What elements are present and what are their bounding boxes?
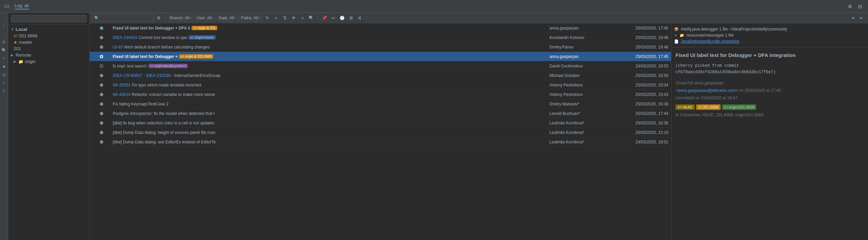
commit-link[interactable]: WI-32551 [113,83,130,87]
search-icon[interactable]: 🔍 [1,47,7,54]
local-arrow-icon: ▼ [11,27,14,31]
expand-btn[interactable]: ⇤ [858,14,865,22]
bookmark-icon[interactable]: ★ [1,63,7,70]
commit-message: fu impl: text search [113,64,147,68]
paths-filter[interactable]: Paths: All ▾ [239,15,262,21]
detail-panel: 📦 intellij.java.debugger 1 file ~/IdeaPr… [671,23,868,240]
commit-author: Leonid Bushuev* [549,111,611,116]
search-wrapper: 🔍 [92,14,153,22]
more-btn[interactable]: » [299,14,306,22]
branch-filter[interactable]: Branch: All ▾ [168,15,193,21]
back-icon[interactable]: ‹ [1,14,7,21]
commit-link2[interactable]: IDEA-233298 [146,73,170,78]
pin-btn[interactable]: 📌 [321,14,328,22]
commit-row[interactable]: IJI-83 fetch default branch before calcu… [90,42,671,52]
right-align-btn[interactable]: ⇥ [849,14,856,22]
graph-col [92,23,113,33]
commit-row[interactable]: [dbe] Dump Data dialog: height of source… [90,128,671,137]
commit-link[interactable]: IDEA-234643 [113,35,137,40]
file-root-item[interactable]: 📦 intellij.java.debugger 1 file ~/IdeaPr… [671,26,868,32]
commit-row[interactable]: WI-43014 Refactor: extract variable to m… [90,90,671,99]
file-link[interactable]: JavaDebuggerBundle.properties [681,39,739,44]
graph-col [92,109,113,118]
tree-remote-header[interactable]: ▶ Remote [8,52,89,58]
eye-btn[interactable]: 👁 [290,14,297,22]
commit-author: anna.gasparyan [549,26,611,31]
graph-col [92,33,113,42]
delete-icon[interactable]: 🗑 [1,39,7,45]
date-filter[interactable]: Date: All ▾ [217,15,238,21]
detail-body: (cherry picked from commit cfb79aecd39cf… [675,63,864,76]
graph-col [92,80,113,90]
reorder-icon[interactable]: ⇅ [1,87,7,94]
collapse-btn[interactable]: « [272,14,280,22]
grid-btn[interactable]: ⊞ [347,14,355,22]
commit-message-col: WI-32551 Fix typo which made testdata in… [113,83,549,87]
layout-icon[interactable]: ▤ [1,71,7,78]
committed-date-line: committed on 25/03/2020 at 19:47 [675,95,864,102]
update-icon[interactable]: ↑ [1,31,7,37]
origin-arrow-icon: ▶ [14,60,17,63]
commit-row[interactable]: Fixed UI label text for Debugger + DFA i… [90,23,671,33]
commit-message-col: IDEA-CR-60637 : IDEA-233298 - InternalSe… [113,73,549,78]
search-icon: 🔍 [94,16,99,20]
tab-log-all[interactable]: Log: all [15,3,29,9]
tree-branch-201[interactable]: 201 [8,45,89,52]
commit-author: Daniil Ovchinnikov [549,64,611,68]
commit-row[interactable]: IDEA-234643 Commit tool window is ope 🏷 … [90,33,671,42]
settings-icon[interactable]: ⚙ [846,3,854,10]
commit-link[interactable]: IJI-83 [113,45,123,49]
refresh-btn[interactable]: ↻ [264,14,271,22]
commit-link[interactable]: IDEA-CR-60637 [113,73,142,78]
tree-branch-201-6668[interactable]: 🏷 201.6668 [8,33,89,39]
tree-origin[interactable]: ▶ 📁 origin [8,58,89,65]
commit-row[interactable]: fu impl: text search 🏷 origin/daniil/sym… [90,61,671,71]
filter-settings-btn[interactable]: ⚙ [155,14,162,22]
local-label: Local [16,27,27,32]
sort-btn[interactable]: ⇅ [281,14,289,22]
graph-col [92,99,113,109]
file-item[interactable]: 📄 JavaDebuggerBundle.properties [671,38,868,44]
commit-author: Liudmila Kornilova* [549,140,611,144]
commit-date: 25/03/2020, 19:49 [611,35,668,40]
commit-author: Artemy Pestretsov [549,92,611,97]
refresh-icon[interactable]: ↻ [1,55,7,62]
commit-row[interactable]: Postgres Introspector: fix the model whe… [90,109,671,118]
tree-local-header[interactable]: ▼ Local [8,26,89,33]
title-bar-right: ⚙ ⊟ [846,3,864,10]
commit-row[interactable]: [dbe] Dump Data dialog: use EditorEx ins… [90,137,671,147]
commits-search-input[interactable] [92,14,153,22]
branch-chevron-icon: ▾ [190,16,192,20]
star-icon: ★ [14,40,17,45]
clock-btn[interactable]: 🕐 [339,14,346,22]
undo-btn[interactable]: ↩ [330,14,337,22]
check-icon[interactable]: ✓ [1,22,7,29]
search-commits-btn[interactable]: 🔍 [308,14,315,22]
folder-icon: 📁 [680,33,684,38]
date-filter-label: Date: All [219,16,234,20]
remote-arrow-icon: ▶ [11,53,14,57]
file-dir-item[interactable]: ▼ 📁 resources/messages 1 file [671,32,868,38]
detail-content: Fixed UI label text for Debugger + DFA i… [671,47,868,240]
commit-message-col: Postgres Introspector: fix the model whe… [113,111,549,116]
tree-branch-master[interactable]: ★ master [8,39,89,45]
tree-search-input[interactable] [11,15,87,22]
author-email-link[interactable]: <anna.gasparyan@jetbrains.com> [675,88,738,93]
sidebar-icons: ‹ ✓ ↑ 🗑 🔍 ↻ ★ ▤ ≡ ⇅ [0,13,8,240]
commit-date: 25/03/2020, 15:43 [611,92,668,97]
commit-row[interactable]: WI-32551 Fix typo which made testdata in… [90,80,671,90]
commit-row[interactable]: IDEA-CR-60637 : IDEA-233298 - InternalSe… [90,71,671,80]
tag-head: 🏷 HEAD [675,104,695,110]
commit-author: Michael Golubev [549,73,611,78]
commit-author: Liudmila Kornilova* [549,130,611,135]
user-chevron-icon: ▾ [212,16,214,20]
branch-btn[interactable]: ⑆ [356,14,364,22]
user-filter[interactable]: User: All ▾ [195,15,216,21]
settings2-icon[interactable]: ≡ [1,79,7,86]
module-icon: 📦 [674,27,679,32]
commit-row-selected[interactable]: Fixed UI label text for Debugger + 🏷 ori… [90,52,671,61]
commit-link[interactable]: WI-43014 [113,92,130,97]
commit-row[interactable]: [dbe] fix bug when selection color in a … [90,118,671,128]
commit-row[interactable]: Fix failing KeymapsTestCase 2 Dmitry Mat… [90,99,671,109]
split-icon[interactable]: ⊟ [856,3,864,10]
